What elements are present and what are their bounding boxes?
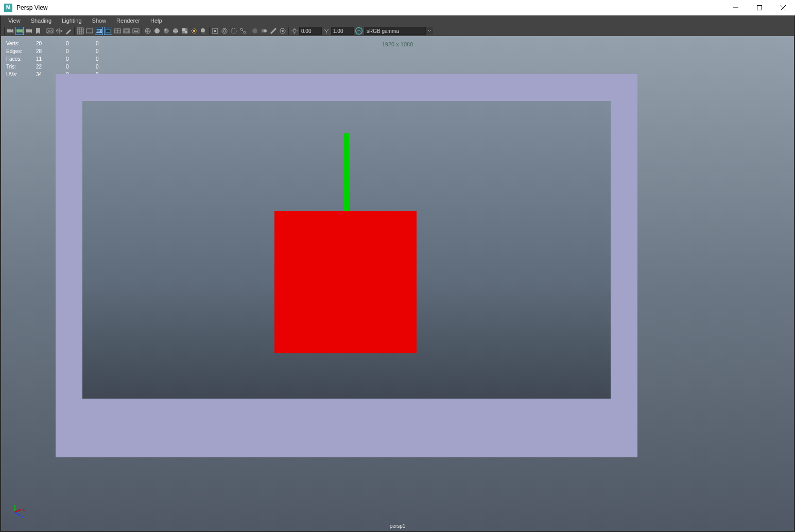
view-transform-icon[interactable] xyxy=(355,27,363,35)
gate-mask-icon[interactable] xyxy=(104,27,112,35)
polycount-hud: Verts:2000 Edges:2800 Faces:1100 Tris:22… xyxy=(5,39,126,79)
svg-point-29 xyxy=(165,29,166,31)
svg-rect-21 xyxy=(125,30,129,32)
bookmark-icon[interactable] xyxy=(34,27,42,35)
exposure-icon[interactable] xyxy=(290,27,299,35)
safe-title-icon[interactable] xyxy=(132,27,140,35)
svg-rect-22 xyxy=(133,29,139,33)
svg-point-48 xyxy=(222,28,227,33)
svg-point-60 xyxy=(282,30,284,32)
svg-point-55 xyxy=(264,29,267,32)
wireframe-on-shaded-icon[interactable] xyxy=(171,27,180,35)
resolution-gate-icon[interactable] xyxy=(95,27,103,35)
y-axis-line xyxy=(344,133,349,212)
view-transform-select[interactable]: sRGB gamma xyxy=(364,27,426,35)
menu-lighting[interactable]: Lighting xyxy=(57,16,87,25)
toolbar-separator xyxy=(249,27,249,35)
use-all-lights-icon[interactable] xyxy=(190,27,198,35)
toolbar-separator xyxy=(74,27,75,35)
maximize-button[interactable] xyxy=(748,0,771,15)
isolate-select-icon[interactable] xyxy=(211,27,219,35)
use-default-material-icon[interactable] xyxy=(162,27,170,35)
minimize-button[interactable] xyxy=(724,0,748,15)
svg-point-28 xyxy=(164,28,169,33)
menu-shading[interactable]: Shading xyxy=(26,16,57,25)
shadows-icon[interactable] xyxy=(199,27,208,35)
svg-point-49 xyxy=(223,30,226,32)
xray-joints-icon[interactable] xyxy=(239,27,247,35)
safe-action-icon[interactable] xyxy=(123,27,131,35)
svg-point-44 xyxy=(201,28,205,32)
gamma-icon[interactable] xyxy=(322,27,331,35)
app-icon: M xyxy=(4,4,12,12)
svg-marker-5 xyxy=(11,29,13,33)
axis-x-label: x xyxy=(23,507,25,512)
toolbar-separator xyxy=(4,27,5,35)
lock-camera-icon[interactable] xyxy=(15,27,24,35)
image-plane-icon[interactable] xyxy=(46,27,54,35)
grease-pencil-icon[interactable] xyxy=(64,27,73,35)
view-axis-gizmo: x z xyxy=(11,505,25,519)
exposure-input[interactable] xyxy=(299,27,322,35)
svg-rect-1 xyxy=(757,5,762,10)
menu-view[interactable]: View xyxy=(3,16,26,25)
svg-rect-14 xyxy=(97,30,101,32)
menu-show[interactable]: Show xyxy=(87,16,112,25)
multisample-anti-aliasing-icon[interactable] xyxy=(269,27,278,35)
axis-z-label: z xyxy=(22,514,24,519)
svg-point-61 xyxy=(293,29,296,32)
xray-active-icon[interactable] xyxy=(230,27,238,35)
viewport[interactable]: Verts:2000 Edges:2800 Faces:1100 Tris:22… xyxy=(1,36,794,531)
hud-label-verts: Verts: xyxy=(6,40,35,47)
close-button[interactable] xyxy=(771,0,795,15)
menu-help[interactable]: Help xyxy=(145,16,167,25)
toolbar-separator xyxy=(44,27,44,35)
svg-point-35 xyxy=(193,30,195,32)
motion-blur-icon[interactable] xyxy=(260,27,268,35)
select-camera-icon[interactable] xyxy=(6,27,14,35)
toolbar-separator xyxy=(288,27,289,35)
svg-point-50 xyxy=(231,28,236,33)
xray-icon[interactable] xyxy=(220,27,229,35)
menu-renderer[interactable]: Renderer xyxy=(111,16,145,25)
svg-point-54 xyxy=(252,28,257,33)
svg-marker-9 xyxy=(30,29,32,33)
wireframe-icon[interactable] xyxy=(144,27,152,35)
field-chart-icon[interactable] xyxy=(113,27,122,35)
resolution-hud: 1920 x 1080 xyxy=(382,41,413,47)
window-titlebar: M Persp View xyxy=(0,0,795,15)
svg-rect-8 xyxy=(26,29,30,32)
svg-line-41 xyxy=(196,32,197,33)
textured-icon[interactable] xyxy=(181,27,189,35)
hud-label-uvs: UVs: xyxy=(6,71,35,78)
panel-toolbar: sRGB gamma xyxy=(1,26,794,36)
hud-label-faces: Faces: xyxy=(6,56,35,62)
smooth-shade-all-icon[interactable] xyxy=(153,27,161,35)
menu-bar: View Shading Lighting Show Renderer Help xyxy=(1,15,794,26)
toolbar-separator xyxy=(142,27,142,35)
svg-point-66 xyxy=(356,28,362,35)
svg-point-27 xyxy=(154,28,160,33)
svg-line-43 xyxy=(192,32,193,33)
svg-point-52 xyxy=(244,31,246,33)
svg-marker-7 xyxy=(21,29,23,33)
scene-geometry-cube[interactable] xyxy=(274,211,417,353)
window-title: Persp View xyxy=(16,4,47,11)
toolbar-separator xyxy=(209,27,210,35)
svg-rect-12 xyxy=(87,29,93,33)
hud-label-edges: Edges: xyxy=(6,48,35,55)
svg-rect-16 xyxy=(106,30,110,32)
camera-attributes-icon[interactable] xyxy=(25,27,33,35)
film-gate-icon[interactable] xyxy=(85,27,94,35)
camera-name-hud: persp1 xyxy=(390,523,406,529)
gamma-input[interactable] xyxy=(331,27,354,35)
hud-label-tris: Tris: xyxy=(6,63,35,70)
depth-of-field-icon[interactable] xyxy=(279,27,287,35)
view-transform-value: sRGB gamma xyxy=(367,28,399,34)
grid-icon[interactable] xyxy=(76,27,84,35)
2d-pan-zoom-icon[interactable] xyxy=(55,27,63,35)
screen-space-ao-icon[interactable] xyxy=(251,27,259,35)
dropdown-arrow-icon[interactable] xyxy=(426,27,433,35)
svg-rect-6 xyxy=(16,29,21,32)
svg-line-53 xyxy=(243,30,244,32)
